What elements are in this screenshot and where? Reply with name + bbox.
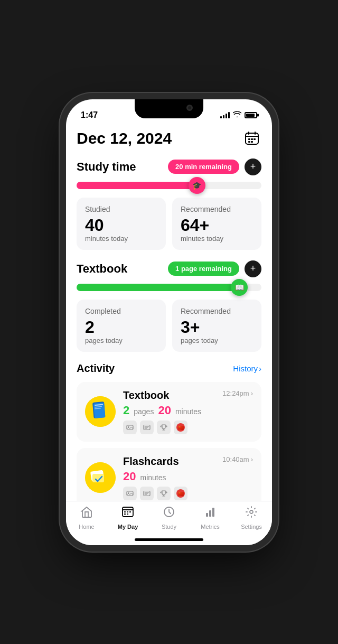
history-link[interactable]: History › bbox=[233, 364, 261, 373]
tab-home[interactable]: Home bbox=[66, 506, 107, 530]
textbook-activity-content: Textbook 12:24pm › 2 pages 20 minutes bbox=[123, 389, 253, 434]
main-scroll[interactable]: Dec 12, 2024 Study time 20 min remaining bbox=[66, 126, 272, 501]
textbook-activity-time: 12:24pm › bbox=[222, 389, 253, 397]
svg-rect-33 bbox=[209, 510, 211, 517]
svg-rect-3 bbox=[253, 138, 256, 140]
svg-rect-34 bbox=[212, 508, 214, 517]
notch bbox=[135, 99, 203, 118]
battery-icon bbox=[245, 112, 257, 118]
study-recommended-unit: minutes today bbox=[181, 235, 253, 242]
completed-unit: pages today bbox=[85, 337, 157, 344]
activity-title: Activity bbox=[77, 362, 115, 375]
activity-header: Activity History › bbox=[77, 362, 261, 375]
chevron-right-icon: › bbox=[259, 364, 261, 373]
completed-label: Completed bbox=[85, 307, 157, 315]
flashcards-minutes-label: minutes bbox=[140, 473, 166, 482]
completed-card: Completed 2 pages today bbox=[77, 300, 166, 352]
study-progress-bar: 🎓 bbox=[77, 182, 261, 189]
activity-card-flashcards[interactable]: Flashcards 10:40am › 20 minutes bbox=[77, 448, 261, 501]
textbook-progress-thumb: 📖 bbox=[231, 279, 248, 296]
trophy-tag-icon bbox=[157, 421, 171, 434]
flashcards-minutes-value: 20 bbox=[123, 470, 136, 483]
flashcards-activity-time: 10:40am › bbox=[222, 455, 253, 463]
flashcards-tags: 🇨🇳 bbox=[123, 487, 253, 500]
study-recommended-value: 64+ bbox=[181, 217, 253, 234]
tab-metrics-label: Metrics bbox=[201, 524, 219, 530]
studied-label: Studied bbox=[85, 205, 157, 213]
date-title: Dec 12, 2024 bbox=[77, 129, 172, 147]
tab-my-day[interactable]: My Day bbox=[107, 506, 148, 530]
svg-rect-2 bbox=[251, 138, 253, 140]
home-icon bbox=[80, 506, 93, 521]
study-time-badge: 20 min remaining bbox=[168, 160, 239, 174]
flashcards-activity-stats: 20 minutes bbox=[123, 470, 253, 483]
textbook-pages-value: 2 bbox=[123, 404, 129, 417]
svg-rect-5 bbox=[251, 141, 253, 143]
date-header: Dec 12, 2024 bbox=[77, 126, 261, 148]
textbook-header: Textbook 1 page remaining + bbox=[77, 260, 261, 277]
study-time-add-button[interactable]: + bbox=[245, 158, 261, 175]
signal-icon bbox=[220, 112, 230, 118]
textbook-minutes-label: minutes bbox=[175, 407, 201, 416]
flag-tag-icon-2: 🇨🇳 bbox=[174, 487, 187, 500]
home-indicator bbox=[135, 538, 203, 541]
flashcards-activity-content: Flashcards 10:40am › 20 minutes bbox=[123, 455, 253, 500]
tab-settings[interactable]: Settings bbox=[231, 506, 272, 530]
calendar-button[interactable] bbox=[242, 129, 261, 148]
textbook-progress-bar: 📖 bbox=[77, 284, 261, 291]
textbook-minutes-value: 20 bbox=[158, 404, 171, 417]
chevron-icon: › bbox=[251, 455, 253, 463]
trophy-tag-icon-2 bbox=[157, 487, 171, 500]
status-time: 1:47 bbox=[81, 110, 98, 120]
textbook-recommended-label: Recommended bbox=[181, 307, 253, 315]
textbook-pages-label: pages bbox=[134, 407, 154, 416]
textbook-activity-icon bbox=[85, 396, 116, 427]
study-stats-row: Studied 40 minutes today Recommended 64+… bbox=[77, 198, 261, 250]
svg-rect-26 bbox=[124, 511, 126, 512]
svg-point-35 bbox=[250, 510, 253, 514]
textbook-badge: 1 page remaining bbox=[168, 262, 239, 276]
completed-value: 2 bbox=[85, 319, 157, 335]
metrics-icon bbox=[204, 506, 217, 521]
tab-study[interactable]: Study bbox=[148, 506, 190, 530]
svg-rect-28 bbox=[129, 511, 131, 512]
activity-section: Activity History › bbox=[77, 362, 261, 501]
tab-metrics[interactable]: Metrics bbox=[190, 506, 231, 530]
textbook-stats-row: Completed 2 pages today Recommended 3+ p… bbox=[77, 300, 261, 352]
textbook-add-button[interactable]: + bbox=[245, 260, 261, 277]
settings-icon bbox=[245, 506, 258, 521]
image-tag-icon-2 bbox=[123, 487, 137, 500]
tab-home-label: Home bbox=[79, 524, 94, 530]
textbook-title: Textbook bbox=[77, 262, 127, 276]
study-recommended-card: Recommended 64+ minutes today bbox=[172, 198, 261, 250]
textbook-recommended-unit: pages today bbox=[181, 337, 253, 344]
tab-my-day-label: My Day bbox=[118, 524, 138, 530]
wifi-icon bbox=[233, 111, 241, 119]
svg-rect-30 bbox=[127, 514, 128, 515]
study-recommended-label: Recommended bbox=[181, 205, 253, 213]
svg-rect-29 bbox=[124, 514, 126, 515]
study-time-title: Study time bbox=[77, 160, 136, 174]
textbook-recommended-value: 3+ bbox=[181, 319, 253, 335]
study-icon bbox=[163, 506, 175, 521]
status-icons bbox=[220, 111, 257, 119]
svg-text:🇨🇳: 🇨🇳 bbox=[178, 491, 184, 497]
tab-study-label: Study bbox=[162, 524, 176, 530]
textbook-activity-stats: 2 pages 20 minutes bbox=[123, 404, 253, 417]
studied-value: 40 bbox=[85, 217, 157, 234]
study-progress-thumb: 🎓 bbox=[189, 177, 205, 194]
my-day-icon bbox=[121, 506, 134, 521]
phone-frame: 1:47 Dec 12, 2024 bbox=[66, 99, 272, 545]
textbook-recommended-card: Recommended 3+ pages today bbox=[172, 300, 261, 352]
svg-rect-27 bbox=[127, 511, 128, 512]
image-tag-icon bbox=[123, 421, 137, 434]
study-time-header: Study time 20 min remaining + bbox=[77, 158, 261, 175]
camera bbox=[186, 105, 193, 111]
flag-tag-icon: 🇨🇳 bbox=[174, 421, 187, 434]
textbook-tags: 🇨🇳 bbox=[123, 421, 253, 434]
history-label: History bbox=[233, 364, 258, 373]
studied-card: Studied 40 minutes today bbox=[77, 198, 166, 250]
svg-text:🇨🇳: 🇨🇳 bbox=[178, 425, 184, 431]
activity-card-textbook[interactable]: Textbook 12:24pm › 2 pages 20 minutes bbox=[77, 382, 261, 442]
studied-unit: minutes today bbox=[85, 235, 157, 242]
